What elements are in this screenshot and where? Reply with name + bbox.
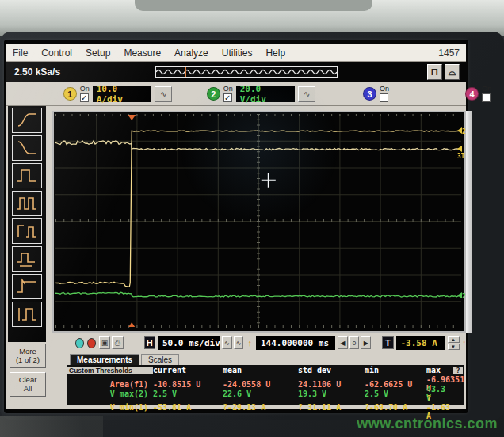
window-right-edge [466, 111, 472, 332]
fall-time-button[interactable] [12, 135, 42, 161]
channel-4-on-label: On [482, 86, 491, 93]
col-current: current [153, 366, 223, 374]
channel-2-badge[interactable]: 2 [207, 87, 220, 101]
waveform-canvas[interactable] [55, 114, 461, 328]
menu-items: FileControlSetupMeasureAnalyzeUtilitiesH… [13, 48, 299, 59]
custom-thresholds-button[interactable]: Custom Thresholds [67, 367, 153, 374]
delay-right-button[interactable]: ▶ [361, 336, 371, 349]
measurement-value: 24.1106 U [298, 380, 365, 389]
run-button[interactable] [75, 338, 84, 348]
duty-cycle-icon [16, 249, 38, 268]
timebase-zoom-out-button[interactable]: ∿ [222, 336, 232, 349]
level-marker-2[interactable]: 2 [457, 292, 466, 300]
more-button[interactable]: More (1 of 2) [10, 344, 46, 368]
timebase-field[interactable]: 50.0 ms/div [158, 336, 220, 350]
measurement-value: 2.5 V [153, 390, 223, 398]
channel-1-badge[interactable]: 1 [63, 87, 77, 101]
timebase-up-arrow-icon: ↑ [247, 338, 252, 348]
menu-control[interactable]: Control [41, 48, 72, 59]
touch-icon: ⌓ [449, 66, 456, 78]
measurement-value: ?-69.70 A [365, 403, 426, 412]
channel-3-on-checkbox[interactable] [380, 93, 388, 102]
tab-measurements[interactable]: Measurements [70, 354, 139, 365]
channel-1-setup-button[interactable]: ∿ [155, 86, 172, 102]
measurement-value: -53.81 A [153, 403, 223, 412]
status-row: 2.50 kSa/s ⊓ ⌓ [6, 62, 466, 82]
delay-left-button[interactable]: ◀ [338, 336, 348, 349]
channel-1-scale-field[interactable]: 10.0 A/div [93, 86, 152, 102]
measurement-value: 2.5 V [365, 390, 426, 398]
down-arrow-icon: ▼ [451, 344, 456, 349]
touch-button[interactable]: ⌓ [445, 64, 460, 80]
more-label: More [10, 347, 45, 355]
menu-help[interactable]: Help [265, 48, 285, 59]
menu-measure[interactable]: Measure [124, 48, 161, 59]
trigger-level-up-button[interactable]: ▲ [448, 336, 460, 343]
channel-2-on-checkbox[interactable]: ✓ [223, 93, 232, 102]
help-button[interactable]: ? [453, 367, 463, 374]
clear-all-button[interactable]: Clear All [10, 372, 46, 397]
trigger-up-arrow-icon: ↑ [463, 339, 467, 347]
horizontal-badge: H [144, 336, 155, 349]
channel-2-scale-field[interactable]: 20.0 V/div [236, 86, 296, 102]
overshoot-button[interactable] [12, 274, 42, 299]
casing-notch [135, 0, 372, 11]
channel-1-on-checkbox[interactable]: ✓ [80, 93, 89, 102]
up-arrow-icon: ▲ [451, 337, 456, 342]
measurement-label: V max(2) [67, 390, 153, 398]
measurement-label: Area(f1) [67, 380, 153, 389]
overview-trigger-tick [185, 67, 186, 77]
clear-sub-label: All [10, 384, 45, 393]
trigger-pulse-button[interactable]: ⊓ [427, 64, 442, 80]
period-button[interactable] [12, 191, 42, 216]
pulse-width-icon [16, 166, 38, 185]
duty-cycle-button[interactable] [12, 246, 42, 272]
wave-icon: ∿ [224, 340, 230, 347]
pulse-width-button[interactable] [12, 163, 42, 188]
stop-button[interactable] [87, 338, 96, 348]
edge-trigger-icon [16, 305, 38, 324]
menu-file[interactable]: File [13, 48, 28, 59]
trigger-level-down-button[interactable]: ▼ [448, 344, 460, 350]
watermark: www.cntronics.com [357, 416, 498, 432]
waveform-display[interactable] [52, 111, 466, 332]
measure-toolbar [8, 106, 46, 342]
rise-time-button[interactable] [12, 108, 42, 133]
menu-utilities[interactable]: Utilities [222, 48, 253, 59]
channel-3-badge[interactable]: 3 [363, 87, 376, 101]
menu-setup[interactable]: Setup [86, 48, 110, 59]
overshoot-icon [16, 277, 38, 296]
measurements-header: Custom Thresholds current mean std dev m… [67, 365, 464, 375]
measurement-value: -24.0558 U [223, 380, 298, 389]
channel-2-on-label: On [223, 86, 233, 93]
acquire-mode-button[interactable]: ▣ [99, 336, 110, 349]
scope-screen: FileControlSetupMeasureAnalyzeUtilitiesH… [6, 44, 466, 408]
acquisition-overview-strip[interactable] [155, 66, 338, 78]
measurement-value: -62.6625 U [365, 380, 426, 389]
rise-time-icon [16, 111, 38, 130]
channel-4-on-checkbox[interactable] [482, 93, 491, 102]
timebase-zoom-in-button[interactable]: ∿ [234, 336, 244, 349]
print-button[interactable]: ⎙ [112, 336, 123, 349]
trigger-level-field[interactable]: -3.58 A [396, 336, 445, 350]
trigger-badge: T [382, 336, 393, 349]
delay-zero-button[interactable]: 0 [349, 336, 360, 349]
measurement-row: Area(f1)-10.8515 U-24.0558 U24.1106 U-62… [67, 375, 464, 385]
delay-button[interactable] [12, 218, 42, 244]
more-sub-label: (1 of 2) [10, 355, 45, 364]
pulse-icon: ⊓ [431, 66, 438, 78]
measurement-value: 19.3 V [298, 390, 365, 398]
channel-4-badge[interactable]: 4 [465, 87, 479, 101]
clock: 1457 [438, 48, 460, 59]
delay-field[interactable]: 144.000000 ms [256, 336, 335, 350]
menu-analyze[interactable]: Analyze [174, 48, 208, 59]
menu-bar: FileControlSetupMeasureAnalyzeUtilitiesH… [6, 44, 466, 62]
level-marker-3[interactable]: 3T [457, 146, 466, 160]
col-max: max [426, 366, 453, 374]
channel-2-setup-button[interactable]: ∿ [298, 86, 315, 102]
wave-icon: ∿ [236, 340, 242, 347]
edge-trigger-button[interactable] [12, 302, 42, 327]
level-marker-2[interactable]: 2 [457, 127, 466, 135]
channel-bar: 1On✓10.0 A/div∿2On✓20.0 V/div∿3On4On [6, 82, 466, 106]
tab-scales[interactable]: Scales [141, 354, 179, 365]
